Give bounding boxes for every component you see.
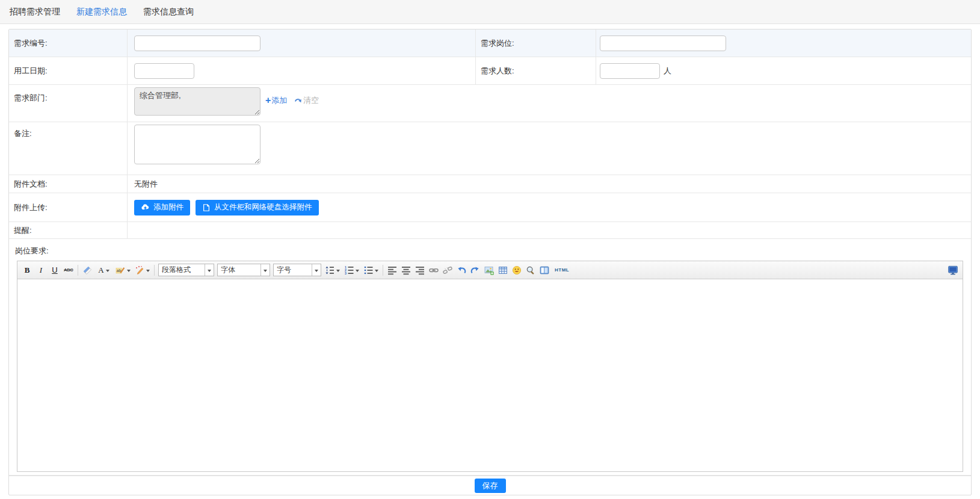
- chevron-down-icon: [375, 270, 378, 274]
- pick-attachment-label: 从文件柜和网络硬盘选择附件: [214, 202, 312, 212]
- font-size-select-value: 字号: [274, 265, 312, 275]
- row-attachment-upload: 附件上传: 添加附件 从文件柜和网络硬盘选择附件: [9, 193, 971, 222]
- save-button[interactable]: 保存: [475, 479, 506, 493]
- department-textarea[interactable]: 综合管理部,: [134, 87, 260, 116]
- clear-department-link[interactable]: 清空: [294, 95, 319, 106]
- toolbar-separator: [78, 265, 78, 276]
- chevron-down-icon: [336, 270, 340, 274]
- work-date-label: 用工日期:: [9, 57, 127, 84]
- unordered-list-icon[interactable]: [362, 264, 380, 277]
- headcount-input[interactable]: [600, 63, 660, 79]
- editor-content[interactable]: [17, 279, 963, 471]
- font-size-select[interactable]: 字号: [273, 264, 321, 276]
- plus-icon: +: [265, 96, 271, 105]
- image-icon[interactable]: [482, 264, 496, 277]
- chevron-down-icon: [356, 270, 359, 274]
- html-source-label: HTML: [555, 267, 569, 273]
- clear-department-label: 清空: [303, 95, 319, 106]
- remove-format-icon[interactable]: [81, 264, 94, 277]
- row-attachment-docs: 附件文档: 无附件: [9, 175, 971, 193]
- chevron-down-icon: [312, 264, 321, 276]
- chevron-down-icon: [260, 264, 270, 276]
- add-department-link[interactable]: + 添加: [265, 95, 287, 106]
- rich-text-editor: BIUABCAab段落格式字体字号123HTML: [17, 261, 963, 472]
- align-center-icon[interactable]: [399, 264, 413, 277]
- attachment-upload-label: 附件上传:: [9, 193, 127, 222]
- pick-attachment-button[interactable]: 从文件柜和网络硬盘选择附件: [196, 200, 319, 215]
- job-requirements-section: 岗位要求: BIUABCAab段落格式字体字号123HTML: [9, 239, 971, 476]
- remark-textarea[interactable]: [134, 125, 260, 164]
- fullscreen-icon[interactable]: [946, 264, 960, 277]
- emoticon-icon[interactable]: [510, 264, 523, 277]
- paragraph-format-select-value: 段落格式: [159, 265, 205, 275]
- svg-text:3: 3: [345, 271, 347, 275]
- layout-icon[interactable]: [538, 264, 551, 277]
- row-demand-no-post: 需求编号: 需求岗位:: [9, 29, 971, 57]
- format-brush-icon[interactable]: [133, 264, 152, 277]
- chevron-down-icon: [205, 264, 214, 276]
- chevron-down-icon: [106, 270, 109, 274]
- bold-icon[interactable]: B: [20, 264, 34, 277]
- undo-icon[interactable]: [455, 264, 468, 277]
- demand-post-label: 需求岗位:: [475, 29, 596, 57]
- paragraph-format-select[interactable]: 段落格式: [158, 264, 214, 276]
- html-source-button[interactable]: HTML: [552, 264, 572, 277]
- tab-new-demand-info[interactable]: 新建需求信息: [76, 7, 127, 17]
- row-date-headcount: 用工日期: 需求人数: 人: [9, 57, 971, 85]
- file-cabinet-icon: [202, 203, 211, 212]
- clear-arrow-icon: [294, 97, 302, 105]
- table-icon[interactable]: [496, 264, 510, 277]
- unlink-icon[interactable]: [441, 264, 454, 277]
- row-remark: 备注:: [9, 122, 971, 175]
- add-attachment-label: 添加附件: [153, 202, 183, 212]
- work-date-input[interactable]: [134, 63, 194, 79]
- add-department-label: 添加: [271, 95, 287, 106]
- strikethrough-icon[interactable]: ABC: [62, 264, 75, 277]
- row-department: 需求部门: 综合管理部, + 添加 清空: [9, 85, 971, 122]
- font-family-select-value: 字体: [218, 265, 260, 275]
- underline-icon[interactable]: U: [48, 264, 61, 277]
- align-left-icon[interactable]: [386, 264, 399, 277]
- forecolor-icon[interactable]: A: [94, 264, 113, 277]
- toolbar-separator: [154, 265, 155, 276]
- tab-recruit-demand-management[interactable]: 招聘需求管理: [10, 7, 60, 17]
- chevron-down-icon: [146, 270, 150, 274]
- demand-post-input[interactable]: [600, 36, 726, 51]
- save-bar: 保存: [9, 476, 971, 495]
- align-right-icon[interactable]: [413, 264, 427, 277]
- reminder-value: [127, 222, 971, 238]
- backcolor-icon[interactable]: ab: [114, 264, 132, 277]
- redo-icon[interactable]: [469, 264, 482, 277]
- line-height-icon[interactable]: [323, 264, 342, 277]
- chevron-down-icon: [127, 270, 131, 274]
- toolbar-separator: [383, 265, 383, 276]
- link-icon[interactable]: [427, 264, 440, 277]
- tab-bar: 招聘需求管理 新建需求信息 需求信息查询: [0, 0, 980, 24]
- font-family-select[interactable]: 字体: [217, 264, 270, 276]
- cloud-upload-icon: [141, 203, 150, 212]
- attachment-docs-value: 无附件: [134, 179, 158, 190]
- tab-demand-info-query[interactable]: 需求信息查询: [143, 7, 194, 17]
- row-reminder: 提醒:: [9, 222, 971, 239]
- preview-icon[interactable]: [524, 264, 537, 277]
- editor-toolbar: BIUABCAab段落格式字体字号123HTML: [17, 261, 963, 279]
- job-requirements-label: 岗位要求:: [9, 239, 971, 261]
- demand-no-input[interactable]: [134, 36, 260, 51]
- department-label: 需求部门:: [9, 85, 127, 122]
- ordered-list-icon[interactable]: 123: [342, 264, 361, 277]
- headcount-unit: 人: [664, 66, 671, 76]
- add-attachment-button[interactable]: 添加附件: [134, 200, 190, 215]
- attachment-docs-label: 附件文档:: [9, 175, 127, 193]
- remark-label: 备注:: [9, 122, 127, 175]
- reminder-label: 提醒:: [9, 222, 127, 238]
- form-panel: 需求编号: 需求岗位: 用工日期: 需求人数: 人 需求部门: 综合管理部, +…: [8, 29, 972, 495]
- demand-no-label: 需求编号:: [9, 29, 127, 57]
- italic-icon[interactable]: I: [34, 264, 48, 277]
- headcount-label: 需求人数:: [475, 57, 596, 84]
